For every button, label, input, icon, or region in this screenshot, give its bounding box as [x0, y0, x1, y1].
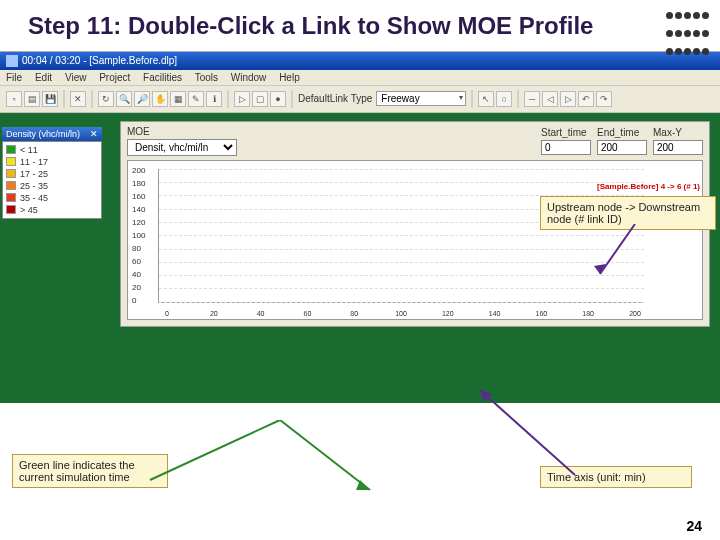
note-time-axis: Time axis (unit: min)	[540, 466, 692, 488]
legend-row: < 11	[6, 144, 98, 156]
density-legend-panel: Density (vhc/mi/ln) ✕ < 11 11 - 17 17 - …	[2, 127, 102, 219]
stop-icon[interactable]: ▢	[252, 91, 268, 107]
open-icon[interactable]: ▤	[24, 91, 40, 107]
record-icon[interactable]: ●	[270, 91, 286, 107]
legend-row: 11 - 17	[6, 156, 98, 168]
save-icon[interactable]: 💾	[42, 91, 58, 107]
svg-line-3	[280, 420, 370, 490]
series-legend-label: [Sample.Before] 4 -> 6 (# 1)	[597, 183, 700, 192]
legend-row: 17 - 25	[6, 168, 98, 180]
facility-type-select[interactable]: Freeway	[376, 91, 466, 106]
start-time-label: Start_time	[541, 127, 591, 138]
menu-file[interactable]: File	[6, 72, 22, 83]
legend-row: > 45	[6, 204, 98, 216]
max-y-label: Max-Y	[653, 127, 703, 138]
swatch-icon	[6, 205, 16, 214]
refresh-icon[interactable]: ↻	[98, 91, 114, 107]
page-number: 24	[686, 518, 702, 534]
max-y-input[interactable]	[653, 140, 703, 155]
zoomout-icon[interactable]: 🔎	[134, 91, 150, 107]
redo-icon[interactable]: ↷	[596, 91, 612, 107]
select-icon[interactable]: ▦	[170, 91, 186, 107]
zoom-icon[interactable]: 🔍	[116, 91, 132, 107]
template-dots-icon	[665, 6, 710, 60]
window-title-text: 00:04 / 03:20 - [Sample.Before.dlp]	[22, 55, 177, 66]
menu-view[interactable]: View	[65, 72, 87, 83]
legend-titlebar[interactable]: Density (vhc/mi/ln) ✕	[2, 127, 102, 141]
workspace: Density (vhc/mi/ln) ✕ < 11 11 - 17 17 - …	[0, 113, 720, 403]
info-icon[interactable]: ℹ	[206, 91, 222, 107]
undo-icon[interactable]: ↶	[578, 91, 594, 107]
facility-type-label: DefaultLink Type	[298, 93, 372, 104]
legend-row: 35 - 45	[6, 192, 98, 204]
swatch-icon	[6, 193, 16, 202]
moe-select[interactable]: Densit, vhc/mi/ln	[127, 139, 237, 156]
menu-edit[interactable]: Edit	[35, 72, 52, 83]
menu-help[interactable]: Help	[279, 72, 300, 83]
edit-icon[interactable]: ✎	[188, 91, 204, 107]
chart-controls: MOE Densit, vhc/mi/ln Start_time End_tim…	[121, 122, 709, 158]
moe-label: MOE	[127, 126, 237, 137]
legend-row: 25 - 35	[6, 180, 98, 192]
window-titlebar: 00:04 / 03:20 - [Sample.Before.dlp]	[0, 52, 720, 70]
menu-facilities[interactable]: Facilities	[143, 72, 182, 83]
legend-title-text: Density (vhc/mi/ln)	[6, 129, 80, 139]
moe-plot: 200180160140120100806040200 020406080100…	[127, 160, 703, 320]
end-time-input[interactable]	[597, 140, 647, 155]
menubar[interactable]: File Edit View Project Facilities Tools …	[0, 70, 720, 86]
menu-window[interactable]: Window	[231, 72, 267, 83]
pointer-icon[interactable]: ↖	[478, 91, 494, 107]
new-icon[interactable]: ▫	[6, 91, 22, 107]
swatch-icon	[6, 157, 16, 166]
swatch-icon	[6, 145, 16, 154]
next-icon[interactable]: ▷	[560, 91, 576, 107]
swatch-icon	[6, 181, 16, 190]
end-time-label: End_time	[597, 127, 647, 138]
svg-marker-4	[356, 480, 370, 490]
node-icon[interactable]: ○	[496, 91, 512, 107]
menu-project[interactable]: Project	[99, 72, 130, 83]
slide-title: Step 11: Double-Click a Link to Show MOE…	[0, 0, 720, 41]
note-upstream-downstream: Upstream node -> Downstream node (# link…	[540, 196, 716, 230]
plot-grid	[158, 169, 644, 303]
start-time-input[interactable]	[541, 140, 591, 155]
app-icon	[6, 55, 18, 67]
swatch-icon	[6, 169, 16, 178]
link-icon[interactable]: ─	[524, 91, 540, 107]
y-axis-ticks: 200180160140120100806040200	[132, 167, 145, 310]
toolbar: ▫ ▤ 💾 ✕ ↻ 🔍 🔎 ✋ ▦ ✎ ℹ ▷ ▢ ● DefaultLink …	[0, 86, 720, 113]
note-green-line: Green line indicates the current simulat…	[12, 454, 168, 488]
prev-icon[interactable]: ◁	[542, 91, 558, 107]
cut-icon[interactable]: ✕	[70, 91, 86, 107]
pan-icon[interactable]: ✋	[152, 91, 168, 107]
menu-tools[interactable]: Tools	[195, 72, 218, 83]
play-icon[interactable]: ▷	[234, 91, 250, 107]
x-axis-ticks: 020406080100120140160180200	[160, 310, 642, 317]
legend-body: < 11 11 - 17 17 - 25 25 - 35 35 - 45 > 4…	[2, 141, 102, 219]
legend-close-icon[interactable]: ✕	[90, 129, 98, 139]
svg-line-2	[150, 420, 280, 480]
